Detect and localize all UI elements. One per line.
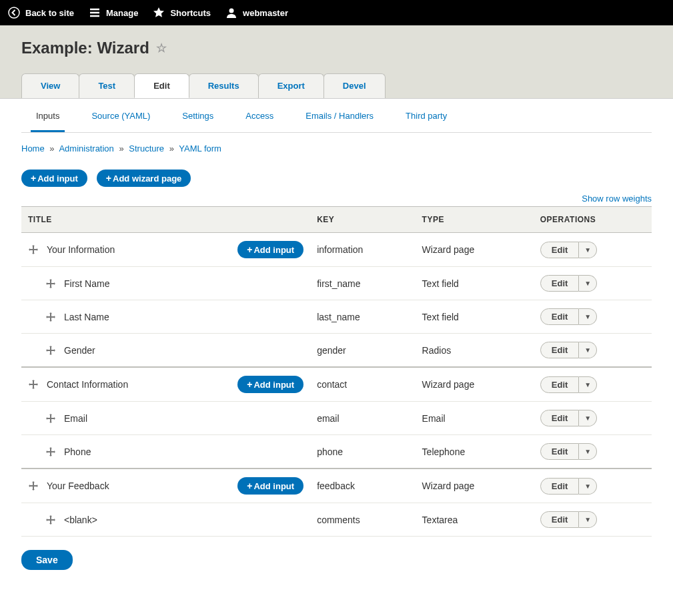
back-to-site-link[interactable]: Back to site: [8, 7, 74, 19]
dropdown-toggle-icon[interactable]: ▼: [579, 308, 597, 325]
subtab-source[interactable]: Source (YAML): [86, 111, 155, 132]
user-icon: [225, 7, 237, 19]
row-add-input-button[interactable]: +Add input: [237, 376, 303, 393]
show-row-weights-link[interactable]: Show row weights: [582, 194, 652, 204]
edit-button[interactable]: Edit: [540, 511, 580, 528]
drag-handle-icon[interactable]: [45, 413, 56, 424]
crumb-home[interactable]: Home: [21, 143, 45, 153]
plus-icon: +: [106, 173, 111, 184]
drag-handle-icon[interactable]: [45, 312, 56, 322]
row-key: email: [310, 402, 415, 435]
svg-rect-11: [30, 384, 37, 385]
plus-icon: +: [247, 379, 252, 390]
tab-test[interactable]: Test: [79, 73, 135, 98]
row-title: First Name: [64, 278, 303, 289]
row-title: Contact Information: [47, 379, 229, 390]
dropdown-toggle-icon[interactable]: ▼: [579, 342, 597, 358]
row-key: last_name: [310, 300, 415, 334]
th-type: TYPE: [416, 207, 534, 233]
favorite-star-icon[interactable]: ☆: [156, 41, 167, 55]
manage-link[interactable]: Manage: [89, 7, 138, 19]
row-type: Text field: [416, 267, 534, 300]
dropdown-toggle-icon[interactable]: ▼: [579, 410, 597, 426]
svg-rect-7: [47, 316, 54, 318]
hamburger-icon: [89, 7, 101, 19]
row-add-input-button[interactable]: +Add input: [237, 241, 303, 258]
dropdown-toggle-icon[interactable]: ▼: [579, 443, 597, 460]
edit-button[interactable]: Edit: [540, 443, 580, 460]
table-row: <blank>commentsTextareaEdit▼: [21, 503, 652, 537]
primary-tabs: View Test Edit Results Export Devel: [21, 73, 652, 98]
row-type: Wizard page: [416, 233, 534, 267]
dropdown-toggle-icon[interactable]: ▼: [579, 511, 597, 528]
table-row: EmailemailEmailEdit▼: [21, 402, 652, 435]
svg-rect-13: [47, 418, 54, 419]
crumb-admin[interactable]: Administration: [59, 143, 113, 153]
edit-button[interactable]: Edit: [540, 308, 580, 325]
row-type: Email: [416, 402, 534, 435]
row-key: information: [310, 233, 415, 267]
crumb-structure[interactable]: Structure: [129, 143, 164, 153]
th-key: KEY: [310, 207, 415, 233]
row-title: Last Name: [64, 312, 303, 322]
plus-icon: +: [247, 244, 252, 255]
table-row: GendergenderRadiosEdit▼: [21, 334, 652, 368]
dropdown-toggle-icon[interactable]: ▼: [579, 275, 597, 292]
row-key: gender: [310, 334, 415, 368]
edit-button[interactable]: Edit: [540, 478, 580, 495]
row-type: Text field: [416, 300, 534, 334]
svg-rect-9: [47, 350, 54, 351]
row-key: phone: [310, 435, 415, 469]
action-buttons: + Add input + Add wizard page: [21, 170, 652, 187]
dropdown-toggle-icon[interactable]: ▼: [579, 242, 597, 258]
add-input-label: Add input: [253, 380, 294, 390]
shortcuts-link[interactable]: Shortcuts: [153, 7, 211, 19]
page-title: Example: Wizard ☆: [21, 39, 652, 57]
breadcrumb: Home » Administration » Structure » YAML…: [21, 143, 652, 153]
th-operations: OPERATIONS: [534, 207, 652, 233]
save-button[interactable]: Save: [21, 550, 73, 570]
drag-handle-icon[interactable]: [45, 446, 56, 457]
subtab-access[interactable]: Access: [240, 111, 279, 132]
add-wizard-page-button[interactable]: + Add wizard page: [97, 170, 191, 187]
drag-handle-icon[interactable]: [28, 244, 39, 255]
edit-button[interactable]: Edit: [540, 342, 580, 358]
subtab-emails[interactable]: Emails / Handlers: [300, 111, 379, 132]
add-input-button[interactable]: + Add input: [21, 170, 87, 187]
back-label: Back to site: [25, 8, 74, 18]
row-key: comments: [310, 503, 415, 537]
edit-button[interactable]: Edit: [540, 410, 580, 426]
user-link[interactable]: webmaster: [225, 7, 288, 19]
subtab-third[interactable]: Third party: [400, 111, 452, 132]
svg-rect-17: [30, 485, 37, 487]
row-weights-toggle: Show row weights: [21, 194, 652, 204]
drag-handle-icon[interactable]: [28, 481, 39, 491]
table-row: Your Information+Add inputinformationWiz…: [21, 233, 652, 267]
table-row: Contact Information+Add inputcontactWiza…: [21, 367, 652, 402]
row-type: Wizard page: [416, 469, 534, 503]
main-content: Inputs Source (YAML) Settings Access Ema…: [0, 99, 673, 597]
subtab-inputs[interactable]: Inputs: [31, 111, 65, 132]
drag-handle-icon[interactable]: [28, 379, 39, 390]
edit-button[interactable]: Edit: [540, 242, 580, 258]
row-type: Radios: [416, 334, 534, 368]
drag-handle-icon[interactable]: [45, 515, 56, 525]
crumb-yaml[interactable]: YAML form: [179, 143, 221, 153]
subtab-settings[interactable]: Settings: [177, 111, 219, 132]
edit-button[interactable]: Edit: [540, 275, 580, 292]
add-wizard-label: Add wizard page: [113, 174, 181, 184]
dropdown-toggle-icon[interactable]: ▼: [579, 478, 597, 495]
edit-button[interactable]: Edit: [540, 376, 580, 393]
tab-view[interactable]: View: [21, 73, 79, 98]
tab-edit[interactable]: Edit: [134, 73, 189, 98]
tab-devel[interactable]: Devel: [323, 73, 386, 98]
row-type: Wizard page: [416, 367, 534, 402]
user-label: webmaster: [243, 8, 288, 18]
crumb-sep: »: [169, 143, 174, 153]
dropdown-toggle-icon[interactable]: ▼: [579, 376, 597, 393]
drag-handle-icon[interactable]: [45, 278, 56, 289]
row-add-input-button[interactable]: +Add input: [237, 477, 303, 495]
tab-export[interactable]: Export: [258, 73, 324, 98]
drag-handle-icon[interactable]: [45, 345, 56, 356]
tab-results[interactable]: Results: [189, 73, 259, 98]
